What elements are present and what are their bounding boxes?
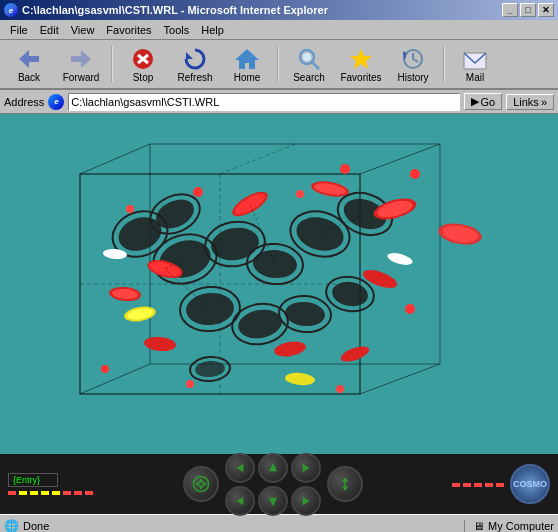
search-button[interactable]: Search	[284, 42, 334, 86]
back-icon	[15, 46, 43, 72]
forward-icon	[67, 46, 95, 72]
go-arrow-icon: ▶	[471, 95, 479, 108]
menu-favorites[interactable]: Favorites	[100, 22, 157, 38]
svg-point-73	[296, 190, 304, 198]
stop-label: Stop	[133, 72, 154, 83]
cosmo-arrow-row-1	[225, 453, 321, 483]
dot-4	[41, 491, 49, 495]
menu-edit[interactable]: Edit	[34, 22, 65, 38]
cosmo-zoom-button[interactable]	[327, 466, 363, 502]
window-controls: _ □ ✕	[502, 3, 554, 17]
dot-3	[30, 491, 38, 495]
rdot-3	[474, 483, 482, 487]
app-icon: e	[4, 3, 18, 17]
links-button[interactable]: Links »	[506, 94, 554, 110]
rdot-1	[452, 483, 460, 487]
toolbar: Back Forward Stop Refresh	[0, 40, 558, 90]
home-icon	[233, 46, 261, 72]
dot-8	[85, 491, 93, 495]
cosmo-logo-text: COSMO	[513, 479, 547, 489]
stop-icon	[129, 46, 157, 72]
vrml-viewport[interactable]	[0, 114, 558, 454]
cosmo-nav-buttons	[183, 453, 363, 516]
status-left: 🌐 Done	[4, 519, 49, 533]
indicator-dots	[8, 491, 93, 495]
svg-marker-6	[235, 49, 259, 69]
status-right: 🖥 My Computer	[464, 520, 554, 532]
svg-point-77	[405, 304, 415, 314]
status-icon: 🌐	[4, 519, 19, 533]
search-icon	[295, 46, 323, 72]
toolbar-separator-2	[277, 46, 279, 82]
cosmo-up-button[interactable]	[258, 453, 288, 483]
svg-marker-90	[268, 463, 276, 471]
address-page-icon: e	[48, 94, 64, 110]
svg-marker-91	[302, 463, 309, 471]
menu-bar: File Edit View Favorites Tools Help	[0, 20, 558, 40]
address-input[interactable]	[68, 93, 459, 111]
mail-button[interactable]: Mail	[450, 42, 500, 86]
right-dots	[452, 481, 504, 487]
back-button[interactable]: Back	[4, 42, 54, 86]
menu-view[interactable]: View	[65, 22, 101, 38]
address-bar: Address e ▶ Go Links »	[0, 90, 558, 114]
svg-marker-1	[71, 50, 91, 68]
toolbar-separator-3	[443, 46, 445, 82]
svg-point-76	[126, 205, 134, 213]
cosmo-logo: COSMO	[510, 464, 550, 504]
svg-line-13	[413, 59, 418, 62]
cosmo-right-panel: COSMO	[452, 464, 550, 504]
dot-5	[52, 491, 60, 495]
favorites-icon	[347, 46, 375, 72]
svg-marker-93	[268, 497, 276, 505]
dot-7	[74, 491, 82, 495]
refresh-button[interactable]: Refresh	[170, 42, 220, 86]
cosmo-tilt-right-button[interactable]	[291, 453, 321, 483]
dot-1	[8, 491, 16, 495]
search-label: Search	[293, 72, 325, 83]
svg-point-71	[193, 187, 203, 197]
rdot-5	[496, 483, 504, 487]
close-button[interactable]: ✕	[538, 3, 554, 17]
refresh-icon	[181, 46, 209, 72]
cosmo-left-panel: {Entry}	[8, 473, 93, 495]
svg-point-74	[410, 169, 420, 179]
cosmo-rotate-button[interactable]	[183, 466, 219, 502]
cosmo-arrows-left	[225, 453, 321, 516]
right-dots-top	[452, 483, 504, 487]
window-title: C:\lachlan\gsasvml\CSTI.WRL - Microsoft …	[22, 4, 328, 16]
home-label: Home	[234, 72, 261, 83]
menu-file[interactable]: File	[4, 22, 34, 38]
links-chevron-icon: »	[541, 96, 547, 108]
forward-button[interactable]: Forward	[56, 42, 106, 86]
svg-marker-5	[186, 52, 193, 59]
go-button[interactable]: ▶ Go	[464, 93, 503, 110]
history-button[interactable]: History	[388, 42, 438, 86]
menu-help[interactable]: Help	[195, 22, 230, 38]
cosmo-down-button[interactable]	[258, 486, 288, 516]
dot-2	[19, 491, 27, 495]
links-label: Links	[513, 96, 539, 108]
favorites-button[interactable]: Favorites	[336, 42, 386, 86]
scene-svg	[0, 114, 558, 454]
svg-point-75	[336, 385, 344, 393]
svg-marker-92	[236, 496, 243, 504]
cosmo-tilt-left-button[interactable]	[225, 453, 255, 483]
maximize-button[interactable]: □	[520, 3, 536, 17]
computer-icon: 🖥	[473, 520, 484, 532]
stop-button[interactable]: Stop	[118, 42, 168, 86]
go-label: Go	[481, 96, 496, 108]
mail-icon	[461, 46, 489, 72]
favorites-label: Favorites	[340, 72, 381, 83]
toolbar-separator-1	[111, 46, 113, 82]
cosmo-arrow-row-2	[225, 486, 321, 516]
rdot-4	[485, 483, 493, 487]
home-button[interactable]: Home	[222, 42, 272, 86]
svg-marker-0	[19, 50, 39, 68]
minimize-button[interactable]: _	[502, 3, 518, 17]
cosmo-right-button[interactable]	[291, 486, 321, 516]
menu-tools[interactable]: Tools	[158, 22, 196, 38]
cosmo-left-button[interactable]	[225, 486, 255, 516]
title-bar: e C:\lachlan\gsasvml\CSTI.WRL - Microsof…	[0, 0, 558, 20]
svg-marker-95	[341, 477, 348, 490]
